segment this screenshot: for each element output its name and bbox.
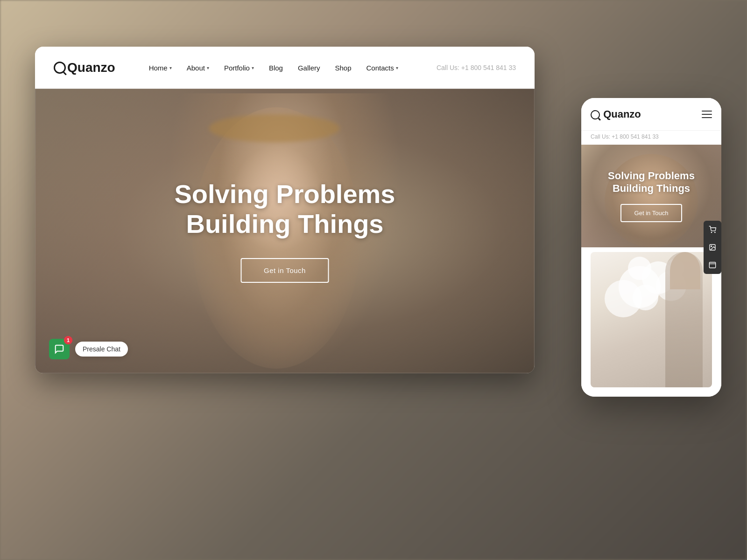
hero-section: Solving Problems Building Things Get in … xyxy=(35,89,535,373)
chat-label[interactable]: Presale Chat xyxy=(75,342,128,357)
mobile-logo: Quanzo xyxy=(591,108,641,120)
svg-point-1 xyxy=(715,232,715,232)
mobile-cta-button[interactable]: Get in Touch xyxy=(620,204,683,222)
svg-point-0 xyxy=(711,232,712,232)
nav-gallery[interactable]: Gallery xyxy=(292,60,326,76)
logo-text: Quanzo xyxy=(67,60,115,75)
chevron-icon: ▾ xyxy=(169,65,172,70)
image-icon[interactable] xyxy=(704,238,721,256)
hamburger-icon[interactable] xyxy=(702,111,712,118)
hero-content: Solving Problems Building Things Get in … xyxy=(175,179,395,283)
mobile-phone-number: Call Us: +1 800 541 841 33 xyxy=(581,131,721,145)
floral-image xyxy=(591,252,712,387)
browser-window: Quanzo Home ▾ About ▾ Portfolio ▾ Blog G… xyxy=(35,47,535,373)
nav-home[interactable]: Home ▾ xyxy=(143,60,177,76)
logo-q-icon xyxy=(54,62,66,74)
window-icon[interactable] xyxy=(704,256,721,274)
cart-icon[interactable] xyxy=(704,221,721,238)
navbar: Quanzo Home ▾ About ▾ Portfolio ▾ Blog G… xyxy=(35,47,535,89)
mobile-navbar: Quanzo xyxy=(581,98,721,131)
nav-about[interactable]: About ▾ xyxy=(181,60,215,76)
mobile-second-section xyxy=(581,247,721,397)
nav-contacts[interactable]: Contacts ▾ xyxy=(361,60,404,76)
chat-badge: 1 xyxy=(64,336,72,344)
nav-blog[interactable]: Blog xyxy=(263,60,289,76)
mobile-hero: Solving Problems Building Things Get in … xyxy=(581,145,721,247)
svg-point-3 xyxy=(711,246,712,247)
nav-phone: Call Us: +1 800 541 841 33 xyxy=(437,64,516,71)
chevron-icon: ▾ xyxy=(396,65,398,70)
mobile-hero-content: Solving Problems Building Things Get in … xyxy=(608,170,695,222)
hero-cta-button[interactable]: Get in Touch xyxy=(240,258,329,283)
hat-brim xyxy=(209,114,340,142)
chevron-icon: ▾ xyxy=(252,65,254,70)
chat-bubble: 1 Presale Chat xyxy=(49,339,128,359)
nav-links: Home ▾ About ▾ Portfolio ▾ Blog Gallery … xyxy=(143,60,437,76)
mobile-hero-title: Solving Problems Building Things xyxy=(608,170,695,195)
nav-portfolio[interactable]: Portfolio ▾ xyxy=(218,60,260,76)
chat-icon[interactable]: 1 xyxy=(49,339,70,359)
chevron-icon: ▾ xyxy=(207,65,209,70)
side-icons-bar xyxy=(704,221,721,274)
mobile-mockup: Quanzo Call Us: +1 800 541 841 33 Solvin… xyxy=(581,98,721,397)
hero-title: Solving Problems Building Things xyxy=(175,179,395,239)
logo[interactable]: Quanzo xyxy=(54,60,115,75)
svg-rect-4 xyxy=(709,262,715,268)
hair-silhouette xyxy=(670,252,700,289)
nav-shop[interactable]: Shop xyxy=(329,60,357,76)
